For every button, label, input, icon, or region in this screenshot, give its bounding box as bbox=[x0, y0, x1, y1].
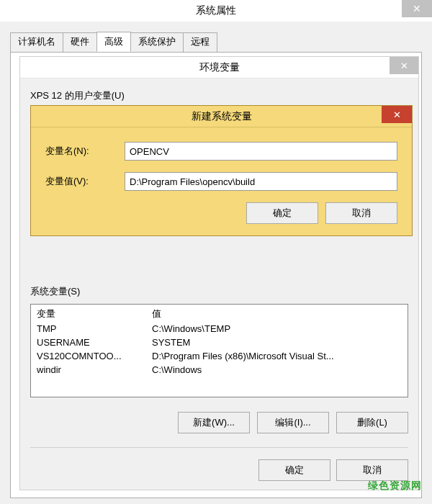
close-button[interactable]: ✕ bbox=[402, 0, 432, 17]
tab-advanced[interactable]: 高级 bbox=[96, 32, 131, 52]
env-close-button[interactable]: ✕ bbox=[390, 57, 418, 74]
table-row[interactable]: windir C:\Windows bbox=[32, 363, 406, 377]
tab-hardware[interactable]: 硬件 bbox=[63, 32, 97, 53]
env-cancel-button[interactable]: 取消 bbox=[336, 459, 408, 481]
var-value: SYSTEM bbox=[148, 336, 406, 349]
variable-name-row: 变量名(N): bbox=[45, 142, 397, 161]
col-name: 变量 bbox=[32, 306, 148, 322]
sysvar-header-row: 变量 值 bbox=[32, 306, 406, 322]
close-icon: ✕ bbox=[393, 109, 401, 120]
var-name: windir bbox=[32, 363, 148, 377]
env-ok-button[interactable]: 确定 bbox=[258, 459, 330, 481]
system-variables-list[interactable]: 变量 值 TMP C:\Windows\TEMP USERNAME SYSTEM bbox=[30, 304, 408, 397]
table-row[interactable]: VS120COMNTOO... D:\Program Files (x86)\M… bbox=[32, 349, 406, 363]
var-name: USERNAME bbox=[32, 336, 148, 349]
new-var-body: 变量名(N): 变量值(V): 确定 取消 bbox=[31, 127, 412, 235]
titlebar: 系统属性 ✕ bbox=[0, 0, 432, 22]
var-value: C:\Windows\TEMP bbox=[148, 322, 406, 336]
environment-variables-dialog: 环境变量 ✕ XPS 12 的用户变量(U) 新建系统变量 ✕ bbox=[19, 56, 419, 490]
divider bbox=[30, 447, 408, 448]
new-var-button-row: 确定 取消 bbox=[45, 202, 397, 224]
ok-button[interactable]: 确定 bbox=[246, 202, 318, 224]
variable-value-input[interactable] bbox=[125, 172, 397, 191]
table-row[interactable]: USERNAME SYSTEM bbox=[32, 336, 406, 349]
tab-area: 计算机名 硬件 高级 系统保护 远程 环境变量 ✕ XPS 12 的用户变量(U… bbox=[0, 22, 432, 498]
var-name: TMP bbox=[32, 322, 148, 336]
new-var-title: 新建系统变量 bbox=[192, 110, 252, 123]
edit-button[interactable]: 编辑(I)... bbox=[257, 412, 329, 433]
table-row[interactable]: TMP C:\Windows\TEMP bbox=[32, 322, 406, 336]
new-var-close-button[interactable]: ✕ bbox=[382, 106, 412, 123]
new-button[interactable]: 新建(W)... bbox=[178, 412, 250, 433]
tab-computer-name[interactable]: 计算机名 bbox=[10, 32, 63, 53]
system-variables-label: 系统变量(S) bbox=[30, 285, 408, 298]
system-properties-window: 系统属性 ✕ 计算机名 硬件 高级 系统保护 远程 环境变量 ✕ bbox=[0, 0, 432, 504]
window-title: 系统属性 bbox=[196, 4, 236, 17]
close-icon: ✕ bbox=[413, 3, 421, 14]
sysvar-button-row: 新建(W)... 编辑(I)... 删除(L) bbox=[30, 412, 408, 433]
tab-panel-advanced: 环境变量 ✕ XPS 12 的用户变量(U) 新建系统变量 ✕ bbox=[10, 52, 422, 498]
variable-name-label: 变量名(N): bbox=[45, 145, 125, 158]
system-variables-section: 系统变量(S) 变量 值 TMP C:\Windows\TEMP bbox=[30, 285, 408, 433]
delete-button[interactable]: 删除(L) bbox=[336, 412, 408, 433]
close-icon: ✕ bbox=[400, 60, 408, 71]
env-titlebar: 环境变量 ✕ bbox=[20, 57, 418, 78]
var-value: D:\Program Files (x86)\Microsoft Visual … bbox=[148, 349, 406, 363]
var-value: C:\Windows bbox=[148, 363, 406, 377]
env-title: 环境变量 bbox=[199, 61, 240, 74]
col-value: 值 bbox=[148, 306, 406, 322]
cancel-button[interactable]: 取消 bbox=[325, 202, 397, 224]
variable-value-row: 变量值(V): bbox=[45, 172, 397, 191]
variable-value-label: 变量值(V): bbox=[45, 175, 125, 188]
variable-name-input[interactable] bbox=[125, 142, 397, 161]
env-bottom-buttons: 确定 取消 bbox=[258, 459, 408, 481]
new-var-titlebar: 新建系统变量 ✕ bbox=[31, 106, 412, 127]
user-vars-header: XPS 12 的用户变量(U) bbox=[30, 89, 408, 102]
new-system-variable-dialog: 新建系统变量 ✕ 变量名(N): 变量值(V): bbox=[30, 105, 413, 236]
tab-system-protection[interactable]: 系统保护 bbox=[130, 32, 184, 53]
tab-remote[interactable]: 远程 bbox=[183, 32, 217, 53]
tabstrip: 计算机名 硬件 高级 系统保护 远程 bbox=[10, 32, 422, 52]
env-body: XPS 12 的用户变量(U) 新建系统变量 ✕ 变量名(N): bbox=[30, 89, 408, 481]
var-name: VS120COMNTOO... bbox=[32, 349, 148, 363]
